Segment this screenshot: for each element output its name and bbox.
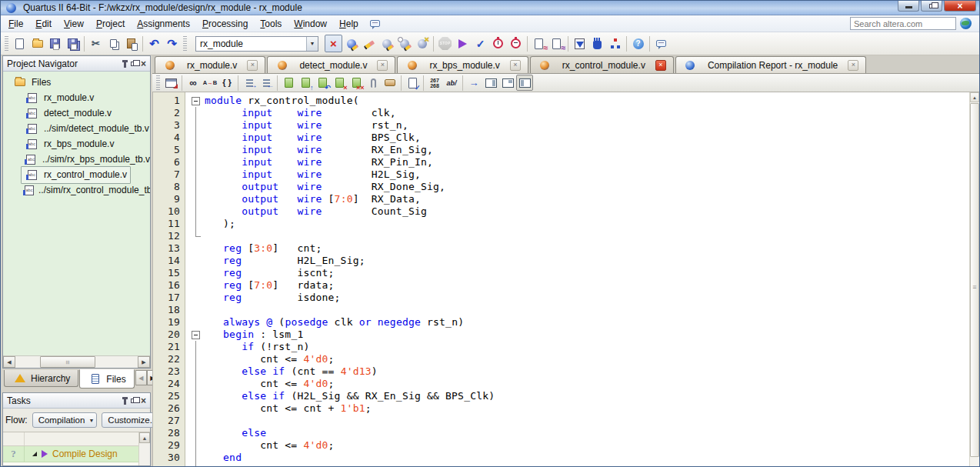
save-button[interactable] [46,35,64,52]
file-item--sim-rx-bps-module-tb-v[interactable]: abc../sim/rx_bps_module_tb.v [3,152,150,167]
goto-arrow-button[interactable]: → [465,75,482,91]
search-input[interactable] [850,17,956,30]
analyze-file-button[interactable]: ✓ [404,75,421,91]
horizontal-scrollbar[interactable]: ◀ ▶ [3,355,150,368]
save-project-button[interactable] [64,35,82,52]
undo-button[interactable]: ↶ [145,35,163,52]
replace-button[interactable]: A→B [202,75,218,91]
stop-button[interactable]: STOP [436,35,454,52]
tab-close-button[interactable]: × [510,60,521,71]
feedback-button[interactable] [652,35,670,52]
new-file-button[interactable] [11,35,28,52]
file-item-detect-module-v[interactable]: abcdetect_module.v [3,105,150,121]
chip-planner-button[interactable] [606,35,624,52]
timequest-button[interactable] [489,35,507,52]
tree-root-files[interactable]: Files [3,75,150,90]
comment-button[interactable]: ab/ [443,75,460,91]
restore-button[interactable] [921,1,942,12]
start-analysis-button[interactable]: ✓ [472,35,489,52]
menu-edit[interactable]: Edit [29,17,58,31]
pane-3-button[interactable] [516,75,533,91]
scroll-up-arrow[interactable]: ▲ [139,432,150,443]
float-icon[interactable] [131,399,136,403]
scroll-up-arrow[interactable]: ▲ [970,92,979,102]
editor-tab-rx-bps-module-v[interactable]: rx_bps_module.v× [397,56,528,73]
file-item-rx-bps-module-v[interactable]: abcrx_bps_module.v [3,136,150,152]
editor-tab-compilation-report-rx-module[interactable]: Compilation Report - rx_module× [675,56,866,73]
close-panel-icon[interactable]: × [141,397,146,405]
menu-window[interactable]: Window [288,17,333,31]
unindent-button[interactable]: ← [258,75,275,91]
insert-template-button[interactable] [382,75,398,91]
scroll-thumb[interactable] [970,103,979,457]
scroll-left-arrow[interactable]: ◀ [3,356,15,368]
file-item-rx-control-module-v[interactable]: abcrx_control_module.v [3,167,150,182]
assignment-editor-button[interactable] [360,35,378,52]
editor-tab-rx-module-v[interactable]: rx_module.v× [155,56,265,73]
tasks-scrollbar[interactable]: ▲ [138,432,150,465]
close-button[interactable]: × [944,1,976,12]
globe-icon[interactable] [958,16,973,31]
bookmark-delete-button[interactable]: × [331,75,348,91]
feedback-bubble-icon[interactable] [368,16,382,31]
paste-button[interactable] [122,35,140,52]
tab-close-button[interactable]: × [377,60,388,71]
bookmark-delete-all-button[interactable]: ×× [348,75,365,91]
tab-close-button[interactable]: × [247,60,258,71]
pin-icon[interactable] [124,60,126,68]
tab-close-button[interactable]: × [848,60,858,71]
nav-tab-hierarchy[interactable]: Hierarchy [4,370,78,387]
scroll-thumb[interactable] [40,356,95,368]
programmer-button[interactable] [571,35,588,52]
menu-project[interactable]: Project [90,17,131,31]
menu-help[interactable]: Help [333,17,365,31]
expander-icon[interactable] [32,452,37,456]
settings-button[interactable] [378,35,395,52]
pane-1-button[interactable] [482,75,499,91]
nav-tab-files[interactable]: Files [79,369,134,389]
signal-tap-button[interactable] [588,35,606,52]
indent-button[interactable]: → [241,75,258,91]
selected-file[interactable]: abcrx_control_module.v [21,166,131,184]
menu-view[interactable]: View [58,17,90,31]
copy-button[interactable] [105,35,122,52]
timequest-gui-button[interactable] [507,35,525,52]
pin-icon[interactable] [124,397,126,405]
minimize-button[interactable] [898,1,919,12]
clear-assignments-button[interactable]: × [325,35,342,52]
find-button[interactable]: ∞ [185,75,202,91]
float-icon[interactable] [131,62,136,66]
fold-toggle[interactable] [185,329,205,341]
task-row[interactable]: ?Compile Design [3,446,138,462]
bookmark-next-button[interactable]: ↑ [297,75,314,91]
tab-close-button[interactable]: × [655,60,666,71]
prev-tab-arrow[interactable]: ◀ [135,370,147,385]
pin-planner-button[interactable] [342,35,360,52]
file-item-rx-module-v[interactable]: abcrx_module.v [3,90,150,105]
pane-2-button[interactable] [499,75,516,91]
redo-button[interactable]: ↷ [163,35,181,52]
help-button[interactable]: ? [629,35,647,52]
bookmark-prev-button[interactable]: ↶ [314,75,331,91]
bookmark-insert-button[interactable] [280,75,297,91]
scroll-track[interactable] [15,356,138,368]
module-select[interactable]: rx_module ▼ [195,36,318,52]
open-file-button[interactable] [28,35,46,52]
close-panel-icon[interactable]: × [141,60,146,68]
dialog-shortcut-button[interactable] [162,75,179,91]
menu-tools[interactable]: Tools [254,17,288,31]
editor-tab-rx-control-module-v[interactable]: rx_control_module.v× [530,56,674,73]
flow-select[interactable]: Compilation ▼ [32,412,98,428]
timing-settings-button[interactable] [395,35,413,52]
code-editor[interactable]: 1module rx_control_module(2 input wire c… [152,92,979,466]
editor-tab-detect-module-v[interactable]: detect_module.v× [267,56,395,73]
fold-toggle[interactable] [185,95,205,107]
cut-button[interactable]: ✂ [87,35,105,52]
start-compilation-button[interactable] [454,35,472,52]
scroll-right-arrow[interactable]: ▶ [138,356,150,368]
file-item--sim-rx-control-module-tb-v[interactable]: abc../sim/rx_control_module_tb.v [3,182,150,198]
assignment-groups-button[interactable]: × [413,35,431,52]
vertical-scrollbar[interactable]: ▲ [969,92,979,466]
menu-processing[interactable]: Processing [196,17,254,31]
rtl-viewer-button[interactable]: ≈ [530,35,548,52]
